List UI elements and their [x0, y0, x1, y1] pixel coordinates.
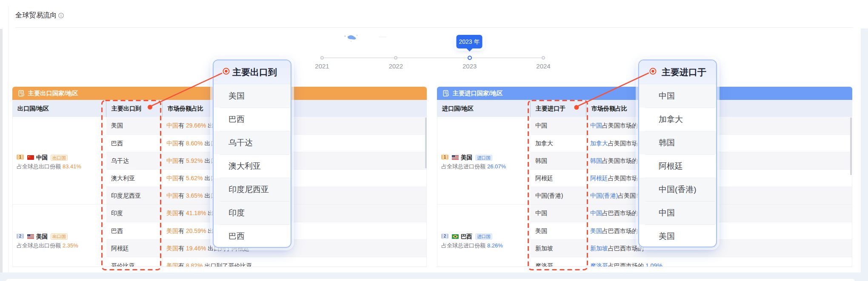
- import-sources-popup: 主要进口于中国加拿大韩国阿根廷中国(香港)中国美国: [638, 60, 717, 247]
- country-name: 中国: [36, 154, 48, 162]
- rank-badge: 1: [17, 154, 24, 162]
- market-share-cell: 美国有 41.18% 出口到了印度: [163, 204, 426, 222]
- market-share-cell: 韩国占美国市场的: [586, 152, 852, 169]
- timeline-year-label[interactable]: 2022: [383, 62, 408, 70]
- popup-item[interactable]: 印度: [214, 202, 291, 225]
- popup-item[interactable]: 加拿大: [639, 108, 716, 131]
- market-share-cell: 美国有 8.82% 出口到了哥伦比亚: [163, 257, 426, 267]
- partner-country-cell: 中国: [531, 117, 586, 134]
- country-info-cell[interactable]: 1 美国 进口国 占全球总进口份额26.07%: [437, 117, 531, 204]
- popup-item[interactable]: 阿根廷: [639, 154, 716, 178]
- popup-item[interactable]: 美国: [214, 84, 291, 108]
- country-role-tag: 出口国: [51, 155, 68, 161]
- country-flag-icon: [452, 233, 459, 241]
- popup-title: 主要出口到: [232, 66, 277, 78]
- partner-country-cell: 韩国: [531, 152, 586, 169]
- timeline-year-label[interactable]: 2021: [309, 62, 335, 70]
- partner-country-cell: 美国: [531, 222, 586, 239]
- svg-text:1: 1: [444, 155, 446, 159]
- popup-item[interactable]: 中国(香港): [639, 178, 716, 201]
- popup-item[interactable]: 韩国: [639, 131, 716, 154]
- market-share-cell: 中国占美国市场的: [586, 117, 852, 134]
- country-flag-icon: [452, 154, 459, 162]
- partner-country-cell: 哥伦比亚: [106, 257, 163, 267]
- global-share-line: 占全球总进口份额8.26%: [441, 241, 531, 250]
- popup-item[interactable]: 中国: [639, 201, 716, 224]
- popup-item[interactable]: 美国: [639, 224, 716, 248]
- column-header[interactable]: 进口国/地区: [437, 100, 530, 117]
- market-share-cell: 新加坡占巴西市场的: [586, 240, 852, 257]
- popup-item[interactable]: 乌干达: [214, 131, 291, 154]
- table-row[interactable]: 摩洛哥 摩洛哥占巴西市场的 1.09%: [531, 257, 852, 267]
- country-flag-icon: [27, 233, 34, 241]
- column-header[interactable]: 市场份额占比: [586, 100, 852, 117]
- country-info-cell[interactable]: 2 美国 出口国 占全球总出口份额2.35%: [13, 204, 106, 267]
- popup-item[interactable]: 澳大利亚: [214, 154, 291, 178]
- table-report-icon: [443, 90, 449, 97]
- flag-brazil-icon: [452, 234, 459, 239]
- global-share-line: 占全球总进口份额26.07%: [441, 162, 531, 171]
- svg-text:2: 2: [19, 234, 22, 238]
- column-header[interactable]: 主要出口到: [106, 100, 162, 117]
- popup-item[interactable]: 巴西: [214, 108, 291, 131]
- table-report-icon: [18, 90, 25, 97]
- export-table-scrollbar[interactable]: [425, 117, 427, 168]
- country-info-cell[interactable]: 1 中国 出口国 占全球总出口份额83.41%: [13, 117, 106, 204]
- rank-2-badge-icon: 2: [441, 233, 448, 239]
- partner-country-cell: 阿根廷: [531, 170, 586, 187]
- column-header[interactable]: 主要进口于: [530, 100, 586, 117]
- partner-country-cell: 阿根廷: [106, 240, 163, 257]
- popup-header: 主要进口于: [639, 60, 716, 84]
- timeline-dot-2022[interactable]: [394, 56, 397, 60]
- timeline-year-label[interactable]: 2023: [457, 62, 483, 70]
- timeline-track[interactable]: [322, 57, 543, 58]
- rank-badge: 2: [17, 233, 24, 241]
- rank-badge: 1: [441, 154, 448, 162]
- country-role-tag: 进口国: [475, 233, 492, 240]
- svg-text:2: 2: [444, 234, 446, 238]
- country-flag-icon: [27, 154, 34, 162]
- column-header[interactable]: 市场份额占比: [162, 100, 427, 117]
- table-banner-title: 主要出口国家/地区: [28, 90, 78, 97]
- table-report-icon: [443, 90, 449, 97]
- info-circle-icon[interactable]: [58, 12, 64, 18]
- page-title: 全球贸易流向: [15, 11, 57, 20]
- market-share-cell: 中国有 5.92% 出口到了乌干达: [163, 152, 426, 169]
- right-page-background: [861, 28, 868, 281]
- table-row[interactable]: 哥伦比亚 美国有 8.82% 出口到了哥伦比亚: [106, 257, 426, 267]
- market-share-cell: 美国占巴西市场的: [586, 222, 852, 239]
- target-dot-icon: [223, 68, 230, 75]
- next-card-top-edge: [6, 279, 855, 281]
- popup-item[interactable]: 中国: [639, 84, 716, 108]
- country-name: 美国: [36, 233, 48, 241]
- popup-header: 主要出口到: [214, 60, 291, 84]
- import-table-scrollbar[interactable]: [850, 117, 852, 175]
- flag-china-icon: [27, 155, 34, 160]
- rank-badge: 2: [441, 233, 448, 241]
- popup-item-list: 美国巴西乌干达澳大利亚印度尼西亚印度巴西: [214, 84, 291, 248]
- market-share-cell: 中国有 8.60% 出口到了巴西: [163, 135, 426, 152]
- map-fragment: [338, 33, 398, 43]
- market-share-cell: 中国有 29.66% 出口到了美国: [163, 117, 426, 134]
- rank-1-badge-icon: 1: [17, 154, 24, 160]
- table-report-icon: [18, 90, 25, 97]
- popup-item[interactable]: 印度尼西亚: [214, 178, 291, 202]
- timeline-dot-2024[interactable]: [542, 56, 545, 60]
- partner-country-cell: 美国: [106, 117, 163, 134]
- timeline-dot-2021[interactable]: [320, 56, 324, 60]
- timeline-active-year-tooltip: 2023 年: [456, 35, 482, 48]
- market-share-cell: 美国有 20.59% 出口到了巴西: [163, 222, 426, 239]
- target-dot-icon: [649, 68, 657, 77]
- popup-title: 主要进口于: [662, 66, 706, 78]
- global-share-line: 占全球总出口份额83.41%: [17, 162, 106, 171]
- country-role-tag: 进口国: [475, 155, 492, 161]
- market-share-cell: 中国占巴西市场的: [586, 204, 852, 222]
- global-trade-flow-panel: 全球贸易流向 2021202220232024 2023 年 主要出口国家/地区: [0, 0, 868, 281]
- column-header[interactable]: 出口国/地区: [12, 100, 106, 117]
- popup-item[interactable]: 巴西: [214, 225, 291, 248]
- timeline-dot-2023[interactable]: [468, 56, 472, 60]
- country-info-cell[interactable]: 2 巴西 进口国 占全球总进口份额8.26%: [437, 204, 531, 267]
- rank-2-badge-icon: 2: [17, 233, 24, 239]
- rank-1-badge-icon: 1: [441, 154, 448, 160]
- timeline-year-label[interactable]: 2024: [531, 62, 556, 70]
